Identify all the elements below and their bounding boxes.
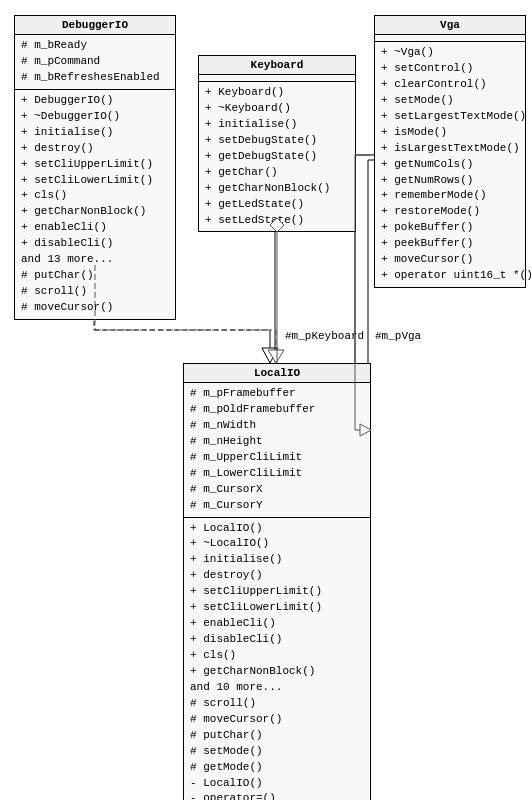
lm-9: + cls() — [190, 648, 364, 664]
la-6: # m_LowerCliLimit — [190, 466, 364, 482]
vga-localio-label: #m_pVga — [375, 330, 421, 342]
km-4: + setDebugState() — [205, 133, 349, 149]
lm-15: # setMode() — [190, 744, 364, 760]
vga-methods: + ~Vga() + setControl() + clearControl()… — [375, 42, 525, 287]
vm-1: + ~Vga() — [381, 45, 519, 61]
lm-12: # scroll() — [190, 696, 364, 712]
lm-2: + ~LocalIO() — [190, 536, 364, 552]
vm-8: + getNumCols() — [381, 157, 519, 173]
keyboard-box: Keyboard + Keyboard() + ~Keyboard() + in… — [198, 55, 356, 232]
keyboard-methods: + Keyboard() + ~Keyboard() + initialise(… — [199, 82, 355, 231]
lm-3: + initialise() — [190, 552, 364, 568]
lm-10: + getCharNonBlock() — [190, 664, 364, 680]
localio-methods: + LocalIO() + ~LocalIO() + initialise() … — [184, 518, 370, 801]
lm-8: + disableCli() — [190, 632, 364, 648]
vm-15: + operator uint16_t *() — [381, 268, 519, 284]
m-3: + initialise() — [21, 125, 169, 141]
debuggerio-attributes: # m_bReady # m_pCommand # m_bRefreshesEn… — [15, 35, 175, 90]
localio-attributes: # m_pFramebuffer # m_pOldFramebuffer # m… — [184, 383, 370, 518]
keyboard-empty-attrs — [199, 75, 355, 82]
m-2: + ~DebuggerIO() — [21, 109, 169, 125]
lm-11: and 10 more... — [190, 680, 364, 696]
attr-2: # m_pCommand — [21, 54, 169, 70]
m-14: # moveCursor() — [21, 300, 169, 316]
m-1: + DebuggerIO() — [21, 93, 169, 109]
keyboard-title: Keyboard — [199, 56, 355, 75]
la-3: # m_nWidth — [190, 418, 364, 434]
attr-3: # m_bRefreshesEnabled — [21, 70, 169, 86]
vm-4: + setMode() — [381, 93, 519, 109]
vm-9: + getNumRows() — [381, 173, 519, 189]
lm-7: + enableCli() — [190, 616, 364, 632]
la-7: # m_CursorX — [190, 482, 364, 498]
m-13: # scroll() — [21, 284, 169, 300]
km-5: + getDebugState() — [205, 149, 349, 165]
vga-empty-attrs — [375, 35, 525, 42]
m-9: + enableCli() — [21, 220, 169, 236]
m-4: + destroy() — [21, 141, 169, 157]
vm-3: + clearControl() — [381, 77, 519, 93]
km-6: + getChar() — [205, 165, 349, 181]
vga-box: Vga + ~Vga() + setControl() + clearContr… — [374, 15, 526, 288]
m-10: + disableCli() — [21, 236, 169, 252]
lm-5: + setCliUpperLimit() — [190, 584, 364, 600]
localio-title: LocalIO — [184, 364, 370, 383]
vm-6: + isMode() — [381, 125, 519, 141]
lm-14: # putChar() — [190, 728, 364, 744]
debuggerio-box: DebuggerIO # m_bReady # m_pCommand # m_b… — [14, 15, 176, 320]
la-2: # m_pOldFramebuffer — [190, 402, 364, 418]
m-7: + cls() — [21, 188, 169, 204]
lm-16: # getMode() — [190, 760, 364, 776]
m-5: + setCliUpperLimit() — [21, 157, 169, 173]
lm-1: + LocalIO() — [190, 521, 364, 537]
vm-12: + pokeBuffer() — [381, 220, 519, 236]
km-9: + setLedState() — [205, 213, 349, 229]
lm-6: + setCliLowerLimit() — [190, 600, 364, 616]
la-4: # m_nHeight — [190, 434, 364, 450]
m-12: # putChar() — [21, 268, 169, 284]
vga-title: Vga — [375, 16, 525, 35]
m-8: + getCharNonBlock() — [21, 204, 169, 220]
lm-17: - LocalIO() — [190, 776, 364, 792]
debuggerio-methods: + DebuggerIO() + ~DebuggerIO() + initial… — [15, 90, 175, 319]
svg-marker-3 — [262, 348, 278, 363]
vm-10: + rememberMode() — [381, 188, 519, 204]
vm-5: + setLargestTextMode() — [381, 109, 519, 125]
vm-11: + restoreMode() — [381, 204, 519, 220]
la-1: # m_pFramebuffer — [190, 386, 364, 402]
lm-13: # moveCursor() — [190, 712, 364, 728]
debuggerio-title: DebuggerIO — [15, 16, 175, 35]
lm-18: - operator=() — [190, 791, 364, 800]
km-8: + getLedState() — [205, 197, 349, 213]
la-8: # m_CursorY — [190, 498, 364, 514]
m-6: + setCliLowerLimit() — [21, 173, 169, 189]
vm-7: + isLargestTextMode() — [381, 141, 519, 157]
vm-14: + moveCursor() — [381, 252, 519, 268]
km-7: + getCharNonBlock() — [205, 181, 349, 197]
localio-box: LocalIO # m_pFramebuffer # m_pOldFramebu… — [183, 363, 371, 800]
svg-marker-17 — [268, 350, 284, 363]
vm-2: + setControl() — [381, 61, 519, 77]
attr-1: # m_bReady — [21, 38, 169, 54]
km-2: + ~Keyboard() — [205, 101, 349, 117]
km-1: + Keyboard() — [205, 85, 349, 101]
keyboard-localio-label: #m_pKeyboard — [285, 330, 364, 342]
m-11: and 13 more... — [21, 252, 169, 268]
vm-13: + peekBuffer() — [381, 236, 519, 252]
la-5: # m_UpperCliLimit — [190, 450, 364, 466]
diagram-container: DebuggerIO # m_bReady # m_pCommand # m_b… — [0, 0, 531, 800]
lm-4: + destroy() — [190, 568, 364, 584]
km-3: + initialise() — [205, 117, 349, 133]
